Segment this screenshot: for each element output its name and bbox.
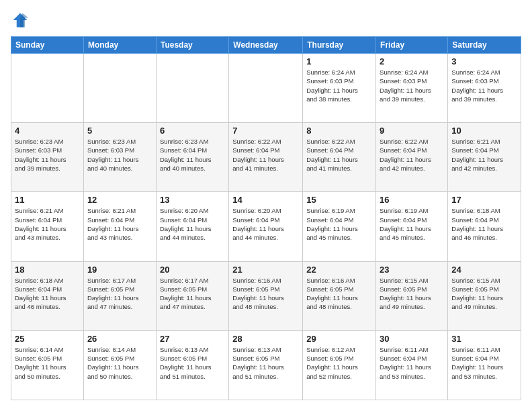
day-number: 14 <box>232 195 299 205</box>
calendar-cell: 15Sunrise: 6:19 AM Sunset: 6:04 PM Dayli… <box>303 192 376 261</box>
day-info: Sunrise: 6:11 AM Sunset: 6:04 PM Dayligh… <box>380 345 444 381</box>
calendar-header-sunday: Sunday <box>11 37 84 54</box>
day-info: Sunrise: 6:24 AM Sunset: 6:03 PM Dayligh… <box>451 68 517 103</box>
day-number: 25 <box>15 334 80 344</box>
calendar-header-monday: Monday <box>83 37 156 54</box>
calendar-cell <box>229 54 303 123</box>
day-info: Sunrise: 6:24 AM Sunset: 6:03 PM Dayligh… <box>380 68 444 103</box>
day-info: Sunrise: 6:17 AM Sunset: 6:05 PM Dayligh… <box>160 276 225 312</box>
calendar-cell: 25Sunrise: 6:14 AM Sunset: 6:05 PM Dayli… <box>11 330 84 400</box>
calendar-header-wednesday: Wednesday <box>229 37 303 54</box>
calendar-cell: 12Sunrise: 6:21 AM Sunset: 6:04 PM Dayli… <box>83 192 156 261</box>
calendar-header-friday: Friday <box>376 37 448 54</box>
day-info: Sunrise: 6:18 AM Sunset: 6:04 PM Dayligh… <box>15 276 80 312</box>
day-number: 24 <box>451 265 517 275</box>
calendar-cell: 17Sunrise: 6:18 AM Sunset: 6:04 PM Dayli… <box>448 192 521 261</box>
page: SundayMondayTuesdayWednesdayThursdayFrid… <box>0 0 532 411</box>
day-number: 3 <box>451 56 517 66</box>
day-info: Sunrise: 6:17 AM Sunset: 6:05 PM Dayligh… <box>87 276 152 312</box>
day-number: 23 <box>380 265 444 275</box>
calendar-cell: 5Sunrise: 6:23 AM Sunset: 6:03 PM Daylig… <box>83 123 156 192</box>
day-number: 8 <box>306 126 372 136</box>
calendar-cell <box>156 54 228 123</box>
day-info: Sunrise: 6:22 AM Sunset: 6:04 PM Dayligh… <box>380 137 444 173</box>
calendar-cell: 24Sunrise: 6:15 AM Sunset: 6:05 PM Dayli… <box>448 261 521 330</box>
day-info: Sunrise: 6:20 AM Sunset: 6:04 PM Dayligh… <box>160 206 225 242</box>
calendar-cell: 14Sunrise: 6:20 AM Sunset: 6:04 PM Dayli… <box>229 192 303 261</box>
day-number: 30 <box>380 334 444 344</box>
day-info: Sunrise: 6:20 AM Sunset: 6:04 PM Dayligh… <box>232 206 299 242</box>
day-info: Sunrise: 6:18 AM Sunset: 6:04 PM Dayligh… <box>451 206 517 242</box>
calendar-cell: 20Sunrise: 6:17 AM Sunset: 6:05 PM Dayli… <box>156 261 228 330</box>
calendar-header-row: SundayMondayTuesdayWednesdayThursdayFrid… <box>11 37 521 54</box>
calendar-cell: 22Sunrise: 6:16 AM Sunset: 6:05 PM Dayli… <box>303 261 376 330</box>
day-info: Sunrise: 6:21 AM Sunset: 6:04 PM Dayligh… <box>451 137 517 173</box>
calendar-cell: 2Sunrise: 6:24 AM Sunset: 6:03 PM Daylig… <box>376 54 448 123</box>
day-info: Sunrise: 6:13 AM Sunset: 6:05 PM Dayligh… <box>232 345 299 381</box>
day-number: 2 <box>380 56 444 66</box>
day-number: 20 <box>160 265 225 275</box>
day-number: 10 <box>451 126 517 136</box>
day-number: 19 <box>87 265 152 275</box>
day-info: Sunrise: 6:22 AM Sunset: 6:04 PM Dayligh… <box>306 137 372 173</box>
calendar-cell: 9Sunrise: 6:22 AM Sunset: 6:04 PM Daylig… <box>376 123 448 192</box>
day-info: Sunrise: 6:16 AM Sunset: 6:05 PM Dayligh… <box>306 276 372 312</box>
day-number: 18 <box>15 265 80 275</box>
calendar-cell: 3Sunrise: 6:24 AM Sunset: 6:03 PM Daylig… <box>448 54 521 123</box>
calendar-table: SundayMondayTuesdayWednesdayThursdayFrid… <box>11 36 521 400</box>
day-number: 12 <box>87 195 152 205</box>
day-info: Sunrise: 6:15 AM Sunset: 6:05 PM Dayligh… <box>380 276 444 312</box>
day-number: 29 <box>306 334 372 344</box>
calendar-week-2: 4Sunrise: 6:23 AM Sunset: 6:03 PM Daylig… <box>11 123 521 192</box>
day-info: Sunrise: 6:22 AM Sunset: 6:04 PM Dayligh… <box>232 137 299 173</box>
calendar-cell: 23Sunrise: 6:15 AM Sunset: 6:05 PM Dayli… <box>376 261 448 330</box>
calendar-cell: 1Sunrise: 6:24 AM Sunset: 6:03 PM Daylig… <box>303 54 376 123</box>
calendar-cell: 11Sunrise: 6:21 AM Sunset: 6:04 PM Dayli… <box>11 192 84 261</box>
calendar-cell: 13Sunrise: 6:20 AM Sunset: 6:04 PM Dayli… <box>156 192 228 261</box>
day-number: 4 <box>15 126 80 136</box>
day-number: 28 <box>232 334 299 344</box>
calendar-week-5: 25Sunrise: 6:14 AM Sunset: 6:05 PM Dayli… <box>11 330 521 400</box>
day-number: 9 <box>380 126 444 136</box>
day-info: Sunrise: 6:24 AM Sunset: 6:03 PM Dayligh… <box>306 68 372 103</box>
calendar-header-thursday: Thursday <box>303 37 376 54</box>
day-number: 7 <box>232 126 299 136</box>
day-number: 27 <box>160 334 225 344</box>
calendar-cell: 31Sunrise: 6:11 AM Sunset: 6:04 PM Dayli… <box>448 330 521 400</box>
day-info: Sunrise: 6:21 AM Sunset: 6:04 PM Dayligh… <box>15 206 80 242</box>
calendar-cell: 10Sunrise: 6:21 AM Sunset: 6:04 PM Dayli… <box>448 123 521 192</box>
calendar-cell: 26Sunrise: 6:14 AM Sunset: 6:05 PM Dayli… <box>83 330 156 400</box>
day-info: Sunrise: 6:14 AM Sunset: 6:05 PM Dayligh… <box>15 345 80 381</box>
day-info: Sunrise: 6:12 AM Sunset: 6:05 PM Dayligh… <box>306 345 372 381</box>
day-info: Sunrise: 6:19 AM Sunset: 6:04 PM Dayligh… <box>306 206 372 242</box>
calendar-header-saturday: Saturday <box>448 37 521 54</box>
day-info: Sunrise: 6:19 AM Sunset: 6:04 PM Dayligh… <box>380 206 444 242</box>
calendar-cell <box>83 54 156 123</box>
calendar-week-3: 11Sunrise: 6:21 AM Sunset: 6:04 PM Dayli… <box>11 192 521 261</box>
calendar-cell: 29Sunrise: 6:12 AM Sunset: 6:05 PM Dayli… <box>303 330 376 400</box>
calendar-cell: 6Sunrise: 6:23 AM Sunset: 6:04 PM Daylig… <box>156 123 228 192</box>
day-info: Sunrise: 6:14 AM Sunset: 6:05 PM Dayligh… <box>87 345 152 381</box>
day-number: 6 <box>160 126 225 136</box>
day-number: 11 <box>15 195 80 205</box>
calendar-header-tuesday: Tuesday <box>156 37 228 54</box>
calendar-cell <box>11 54 84 123</box>
day-number: 5 <box>87 126 152 136</box>
calendar-cell: 7Sunrise: 6:22 AM Sunset: 6:04 PM Daylig… <box>229 123 303 192</box>
calendar-week-1: 1Sunrise: 6:24 AM Sunset: 6:03 PM Daylig… <box>11 54 521 123</box>
header <box>11 11 521 30</box>
calendar-cell: 28Sunrise: 6:13 AM Sunset: 6:05 PM Dayli… <box>229 330 303 400</box>
logo <box>11 11 32 30</box>
day-number: 1 <box>306 56 372 66</box>
calendar-week-4: 18Sunrise: 6:18 AM Sunset: 6:04 PM Dayli… <box>11 261 521 330</box>
day-number: 31 <box>451 334 517 344</box>
day-number: 13 <box>160 195 225 205</box>
calendar-cell: 16Sunrise: 6:19 AM Sunset: 6:04 PM Dayli… <box>376 192 448 261</box>
day-info: Sunrise: 6:23 AM Sunset: 6:03 PM Dayligh… <box>15 137 80 173</box>
day-info: Sunrise: 6:13 AM Sunset: 6:05 PM Dayligh… <box>160 345 225 381</box>
day-info: Sunrise: 6:11 AM Sunset: 6:04 PM Dayligh… <box>451 345 517 381</box>
calendar-cell: 4Sunrise: 6:23 AM Sunset: 6:03 PM Daylig… <box>11 123 84 192</box>
day-info: Sunrise: 6:23 AM Sunset: 6:03 PM Dayligh… <box>87 137 152 173</box>
logo-icon <box>11 11 30 30</box>
day-number: 26 <box>87 334 152 344</box>
